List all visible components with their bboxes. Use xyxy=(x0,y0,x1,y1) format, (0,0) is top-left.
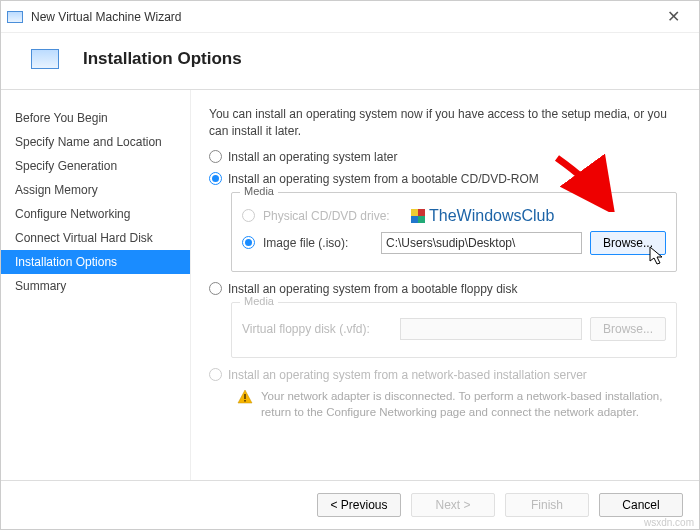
finish-button: Finish xyxy=(505,493,589,517)
option-label: Install an operating system later xyxy=(228,150,397,164)
sidebar-item-summary[interactable]: Summary xyxy=(1,274,190,298)
cancel-button[interactable]: Cancel xyxy=(599,493,683,517)
content-pane: You can install an operating system now … xyxy=(191,90,699,480)
media-group-floppy: Media Virtual floppy disk (.vfd): Browse… xyxy=(231,302,677,358)
next-button: Next > xyxy=(411,493,495,517)
sidebar-item-configure-networking[interactable]: Configure Networking xyxy=(1,202,190,226)
radio-icon xyxy=(209,368,222,381)
wizard-body: Before You Begin Specify Name and Locati… xyxy=(1,90,699,480)
image-watermark: wsxdn.com xyxy=(644,517,694,528)
wizard-header: Installation Options xyxy=(1,33,699,89)
sidebar-item-specify-name[interactable]: Specify Name and Location xyxy=(1,130,190,154)
page-title: Installation Options xyxy=(83,49,242,69)
sidebar-item-specify-generation[interactable]: Specify Generation xyxy=(1,154,190,178)
sidebar-item-installation-options[interactable]: Installation Options xyxy=(1,250,190,274)
option-label: Install an operating system from a boota… xyxy=(228,172,539,186)
brand-watermark: TheWindowsClub xyxy=(411,207,554,225)
radio-icon[interactable] xyxy=(242,236,255,249)
vfd-label: Virtual floppy disk (.vfd): xyxy=(242,322,392,336)
vfd-row: Virtual floppy disk (.vfd): Browse... xyxy=(242,317,666,341)
radio-icon xyxy=(209,282,222,295)
sidebar-item-before-you-begin[interactable]: Before You Begin xyxy=(1,106,190,130)
image-file-row: Image file (.iso): Browse... xyxy=(242,231,666,255)
option-install-later[interactable]: Install an operating system later xyxy=(209,150,681,164)
browse-button-disabled: Browse... xyxy=(590,317,666,341)
sidebar: Before You Begin Specify Name and Locati… xyxy=(1,90,191,480)
svg-rect-2 xyxy=(244,400,246,402)
group-title: Media xyxy=(240,295,278,307)
warning-icon xyxy=(237,389,253,420)
physical-drive-row: Physical CD/DVD drive: TheWindowsClub xyxy=(242,207,666,225)
option-install-floppy[interactable]: Install an operating system from a boota… xyxy=(209,282,681,296)
network-warning: Your network adapter is disconnected. To… xyxy=(237,388,677,420)
sidebar-item-assign-memory[interactable]: Assign Memory xyxy=(1,178,190,202)
wizard-window: New Virtual Machine Wizard ✕ Installatio… xyxy=(0,0,700,530)
radio-icon xyxy=(209,172,222,185)
window-title: New Virtual Machine Wizard xyxy=(31,10,653,24)
option-install-network: Install an operating system from a netwo… xyxy=(209,368,681,382)
warning-text: Your network adapter is disconnected. To… xyxy=(261,388,677,420)
image-file-label: Image file (.iso): xyxy=(263,236,373,250)
previous-button[interactable]: < Previous xyxy=(317,493,401,517)
app-icon xyxy=(7,11,23,23)
svg-rect-1 xyxy=(244,394,246,399)
vfd-input xyxy=(400,318,582,340)
media-group-cd: Media Physical CD/DVD drive: TheWindowsC… xyxy=(231,192,677,272)
sidebar-item-connect-vhd[interactable]: Connect Virtual Hard Disk xyxy=(1,226,190,250)
option-label: Install an operating system from a boota… xyxy=(228,282,518,296)
close-icon[interactable]: ✕ xyxy=(653,7,693,26)
wizard-footer: < Previous Next > Finish Cancel xyxy=(1,480,699,529)
image-file-input[interactable] xyxy=(381,232,582,254)
option-label: Install an operating system from a netwo… xyxy=(228,368,587,382)
browse-button[interactable]: Browse... xyxy=(590,231,666,255)
group-title: Media xyxy=(240,185,278,197)
wizard-icon xyxy=(31,49,59,69)
option-install-cd[interactable]: Install an operating system from a boota… xyxy=(209,172,681,186)
brand-logo-icon xyxy=(411,209,425,223)
physical-drive-label: Physical CD/DVD drive: xyxy=(263,209,403,223)
titlebar: New Virtual Machine Wizard ✕ xyxy=(1,1,699,33)
radio-icon xyxy=(242,209,255,222)
radio-icon xyxy=(209,150,222,163)
intro-text: You can install an operating system now … xyxy=(209,106,681,140)
